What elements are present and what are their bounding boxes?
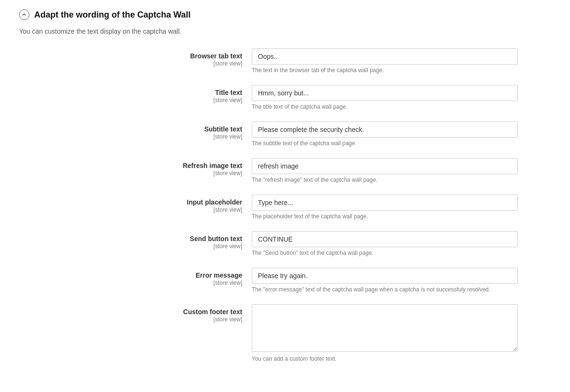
form-row-refresh-image-text: Refresh image text[store view]The "refre… bbox=[19, 158, 551, 183]
help-input-placeholder: The placeholder text of the captcha wall… bbox=[252, 213, 518, 220]
label-col-refresh-image-text: Refresh image text[store view] bbox=[19, 158, 252, 177]
sub-label-send-button-text: [store view] bbox=[19, 243, 242, 250]
sub-label-input-placeholder: [store view] bbox=[19, 206, 242, 213]
help-refresh-image-text: The "refresh image" text of the captcha … bbox=[252, 177, 518, 183]
form-row-subtitle-text: Subtitle text[store view]The subtitle te… bbox=[19, 121, 551, 147]
form-row-browser-tab-text: Browser tab text[store view]The text in … bbox=[19, 48, 551, 74]
form-row-input-placeholder: Input placeholder[store view]The placeho… bbox=[19, 195, 551, 220]
input-send-button-text[interactable] bbox=[252, 231, 518, 247]
label-col-browser-tab-text: Browser tab text[store view] bbox=[19, 48, 252, 67]
help-error-message: The "error message" text of the captcha … bbox=[252, 286, 518, 293]
form-row-custom-footer-text: Custom footer text[store view]You can ad… bbox=[19, 304, 551, 362]
field-col-error-message: The "error message" text of the captcha … bbox=[252, 268, 518, 293]
label-title-text: Title text bbox=[19, 89, 242, 96]
sub-label-title-text: [store view] bbox=[19, 97, 242, 103]
label-subtitle-text: Subtitle text bbox=[19, 125, 242, 133]
field-col-input-placeholder: The placeholder text of the captcha wall… bbox=[252, 195, 518, 220]
sub-label-error-message: [store view] bbox=[19, 280, 242, 286]
label-col-subtitle-text: Subtitle text[store view] bbox=[19, 121, 252, 140]
input-refresh-image-text[interactable] bbox=[252, 158, 518, 174]
field-col-browser-tab-text: The text in the browser tab of the captc… bbox=[252, 48, 518, 74]
help-send-button-text: The "Send button" text of the captcha wa… bbox=[252, 250, 518, 256]
sub-label-refresh-image-text: [store view] bbox=[19, 170, 242, 177]
label-col-custom-footer-text: Custom footer text[store view] bbox=[19, 304, 252, 323]
form-section: Browser tab text[store view]The text in … bbox=[19, 48, 551, 362]
sub-label-subtitle-text: [store view] bbox=[19, 133, 242, 140]
help-custom-footer-text: You can add a custom footer text. bbox=[252, 355, 518, 362]
help-title-text: The title text of the captcha wall page. bbox=[252, 103, 518, 110]
field-col-send-button-text: The "Send button" text of the captcha wa… bbox=[252, 231, 518, 256]
input-title-text[interactable] bbox=[252, 85, 518, 101]
help-browser-tab-text: The text in the browser tab of the captc… bbox=[252, 67, 518, 74]
form-row-send-button-text: Send button text[store view]The "Send bu… bbox=[19, 231, 551, 256]
collapse-icon[interactable] bbox=[19, 9, 29, 20]
sub-label-custom-footer-text: [store view] bbox=[19, 316, 242, 323]
field-col-title-text: The title text of the captcha wall page. bbox=[252, 85, 518, 110]
page-container: Adapt the wording of the Captcha Wall Yo… bbox=[0, 0, 570, 383]
label-col-error-message: Error message[store view] bbox=[19, 268, 252, 286]
field-col-custom-footer-text: You can add a custom footer text. bbox=[252, 304, 518, 362]
section-title: Adapt the wording of the Captcha Wall bbox=[34, 10, 190, 20]
input-custom-footer-text[interactable] bbox=[252, 304, 518, 352]
field-col-subtitle-text: The subtitle text of the captcha wall pa… bbox=[252, 121, 518, 147]
form-row-error-message: Error message[store view]The "error mess… bbox=[19, 268, 551, 293]
label-col-title-text: Title text[store view] bbox=[19, 85, 252, 103]
input-error-message[interactable] bbox=[252, 268, 518, 284]
input-subtitle-text[interactable] bbox=[252, 121, 518, 138]
input-input-placeholder[interactable] bbox=[252, 195, 518, 211]
help-subtitle-text: The subtitle text of the captcha wall pa… bbox=[252, 140, 518, 147]
label-col-input-placeholder: Input placeholder[store view] bbox=[19, 195, 252, 213]
label-browser-tab-text: Browser tab text bbox=[19, 52, 242, 60]
label-refresh-image-text: Refresh image text bbox=[19, 162, 242, 169]
label-input-placeholder: Input placeholder bbox=[19, 198, 242, 206]
sub-label-browser-tab-text: [store view] bbox=[19, 60, 242, 67]
field-col-refresh-image-text: The "refresh image" text of the captcha … bbox=[252, 158, 518, 183]
section-header: Adapt the wording of the Captcha Wall bbox=[19, 9, 551, 20]
label-error-message: Error message bbox=[19, 271, 242, 279]
label-col-send-button-text: Send button text[store view] bbox=[19, 231, 252, 250]
input-browser-tab-text[interactable] bbox=[252, 48, 518, 65]
form-row-title-text: Title text[store view]The title text of … bbox=[19, 85, 551, 110]
section-description: You can customize the text display on th… bbox=[19, 28, 551, 35]
label-custom-footer-text: Custom footer text bbox=[19, 308, 242, 316]
label-send-button-text: Send button text bbox=[19, 235, 242, 243]
